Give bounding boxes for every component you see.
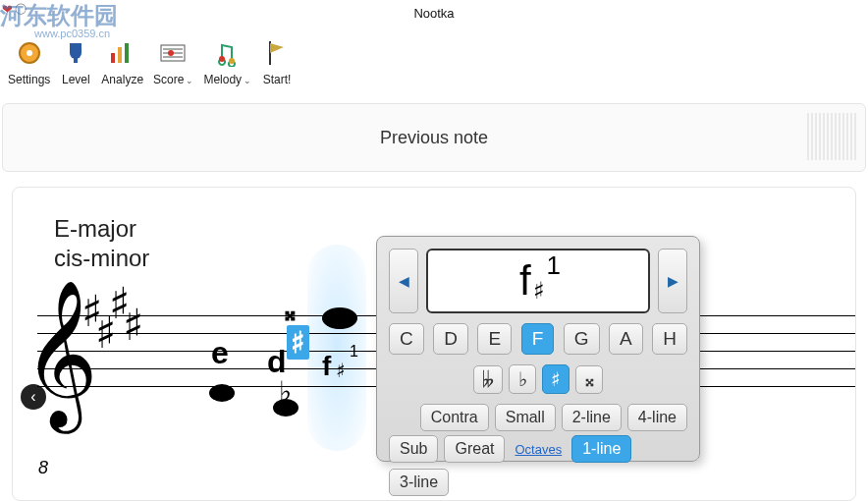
trophy-icon	[60, 37, 91, 69]
svg-point-10	[168, 50, 174, 56]
octave-1line-button[interactable]: 1-line	[571, 435, 631, 463]
level-label: Level	[62, 73, 90, 86]
octave-3line-button[interactable]: 3-line	[389, 469, 449, 496]
note-h-button[interactable]: H	[652, 323, 687, 355]
octave-2line-button[interactable]: 2-line	[562, 404, 622, 431]
start-button[interactable]: Start!	[261, 37, 293, 86]
note-f-label: f	[322, 351, 331, 382]
score-button[interactable]: Score⌄	[153, 37, 193, 86]
sharp-button[interactable]: ♯	[542, 364, 570, 394]
flat-button[interactable]: ♭	[509, 364, 536, 394]
chevron-down-icon: ⌄	[244, 76, 251, 85]
note-name-panel: ◀ f ♯ 1 ▶ C D E F G A H 𝄫 ♭ ♯ 𝄪 Contra S…	[376, 236, 700, 462]
chart-icon	[107, 37, 138, 69]
settings-button[interactable]: Settings	[8, 37, 50, 86]
svg-point-1	[27, 50, 32, 56]
octave-small-button[interactable]: Small	[495, 404, 556, 431]
note-base: f	[519, 257, 531, 305]
note-e-button[interactable]: E	[477, 323, 512, 355]
double-sharp-button[interactable]: 𝄪	[575, 365, 603, 394]
start-label: Start!	[263, 73, 292, 86]
gear-icon	[14, 37, 45, 69]
note-head-icon	[273, 399, 298, 417]
sharp-sub-icon: ♯	[336, 359, 346, 382]
octave-4line-button[interactable]: 4-line	[627, 404, 687, 431]
key-major-label: E-major	[54, 215, 136, 243]
analyze-label: Analyze	[101, 73, 143, 86]
note-c-button[interactable]: C	[389, 323, 424, 355]
flag-icon	[261, 37, 293, 69]
svg-rect-4	[118, 47, 122, 63]
note-name-display: f ♯ 1	[426, 249, 650, 313]
octave-sub-button[interactable]: Sub	[389, 435, 438, 463]
level-button[interactable]: Level	[60, 37, 91, 86]
note-e-label: e	[211, 335, 229, 371]
melody-button[interactable]: Melody⌄	[203, 37, 251, 86]
note-g-button[interactable]: G	[564, 323, 600, 355]
score-label: Score⌄	[153, 73, 193, 86]
panel-next-button[interactable]: ▶	[658, 249, 687, 313]
note-octave-sup: 1	[547, 250, 561, 281]
settings-label: Settings	[8, 73, 50, 86]
note-f-button[interactable]: F	[521, 323, 555, 355]
sharp-icon: ♯	[287, 325, 309, 360]
svg-point-12	[229, 58, 235, 64]
analyze-button[interactable]: Analyze	[101, 37, 143, 86]
svg-rect-3	[111, 53, 115, 63]
octave-contra-button[interactable]: Contra	[420, 404, 489, 431]
previous-note-bar[interactable]: Previous note	[2, 103, 866, 172]
audio-meter	[807, 113, 856, 160]
panel-prev-button[interactable]: ◀	[389, 249, 418, 313]
octave-great-button[interactable]: Great	[444, 435, 505, 463]
melody-label: Melody⌄	[203, 73, 251, 86]
svg-rect-5	[125, 43, 129, 63]
note-accidental: ♯	[533, 277, 545, 305]
note-head-icon	[209, 384, 235, 402]
note-a-button[interactable]: A	[609, 323, 643, 355]
double-sharp-icon: 𝄪	[285, 299, 296, 326]
score-icon	[158, 37, 190, 69]
clef-octave: 8	[38, 458, 48, 478]
note-head-icon	[322, 307, 357, 329]
previous-note-label: Previous note	[380, 128, 488, 148]
double-flat-button[interactable]: 𝄫	[473, 365, 503, 394]
octaves-link[interactable]: Octaves	[511, 442, 566, 457]
melody-icon	[212, 37, 244, 69]
note-d-button[interactable]: D	[433, 323, 468, 355]
svg-point-11	[219, 56, 225, 62]
app-title: Nootka	[0, 6, 868, 21]
chevron-down-icon: ⌄	[186, 76, 193, 85]
toolbar: Settings Level Analyze Score⌄ Melody⌄ St…	[0, 28, 868, 96]
octave-sup: 1	[350, 343, 358, 361]
svg-rect-2	[74, 57, 78, 63]
key-minor-label: cis-minor	[54, 245, 149, 272]
